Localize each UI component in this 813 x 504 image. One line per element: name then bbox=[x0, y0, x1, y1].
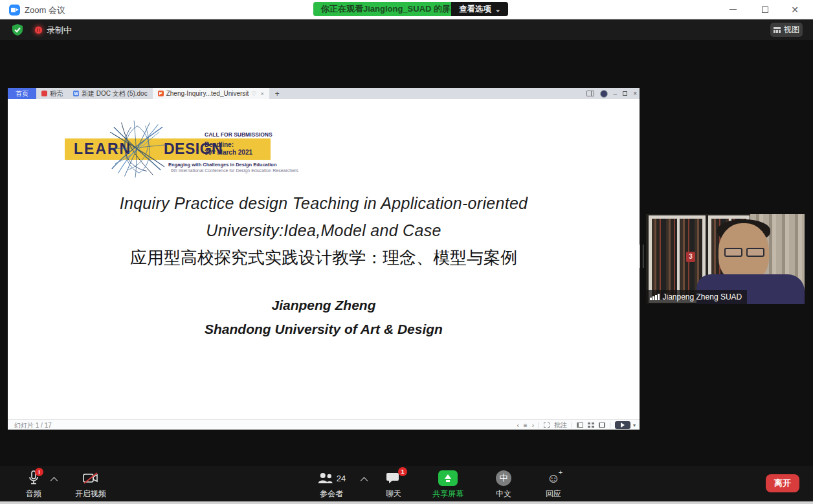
audio-button[interactable]: ! 音频 bbox=[26, 470, 41, 499]
slide-title-en-line1: Inquiry Practice design Teaching in Appl… bbox=[8, 194, 640, 213]
participants-button[interactable]: 24 参会者 bbox=[317, 470, 346, 499]
annotate-label[interactable]: 批注 bbox=[554, 421, 567, 430]
interpretation-label: 中文 bbox=[496, 488, 511, 499]
wps-tab-doc-label: 新建 DOC 文档 (5).doc bbox=[82, 89, 148, 98]
reactions-plus-icon: + bbox=[559, 468, 562, 476]
meeting-topbar: 录制中 视图 bbox=[0, 19, 813, 40]
minimize-icon bbox=[729, 9, 737, 10]
tab-close-icon[interactable]: × bbox=[260, 91, 263, 97]
annotate-icon[interactable] bbox=[544, 422, 550, 428]
reactions-button[interactable]: ☺ + 回应 bbox=[546, 470, 561, 499]
next-slide-icon[interactable]: › bbox=[532, 422, 534, 429]
normal-view-icon[interactable] bbox=[577, 422, 583, 428]
recording-label: 录制中 bbox=[47, 25, 72, 36]
chat-label: 聊天 bbox=[386, 488, 401, 499]
audio-alert-badge: ! bbox=[35, 468, 43, 476]
wps-tabbar: 首页 稻壳 W 新建 DOC 文档 (5).doc P Zheng-Inquir… bbox=[8, 88, 640, 99]
view-layout-label: 视图 bbox=[784, 25, 800, 36]
slide-sorter-icon[interactable] bbox=[588, 422, 594, 428]
view-options-label: 查看选项 bbox=[459, 4, 491, 15]
participant-name-label: Jianpeng Zheng SUAD bbox=[663, 292, 742, 301]
wps-tab-docer-label: 稻壳 bbox=[50, 89, 63, 98]
wps-close-button[interactable]: × bbox=[633, 90, 637, 97]
logo-tagline: Engaging with Challenges in Design Educa… bbox=[168, 162, 277, 168]
participants-count: 24 bbox=[337, 474, 346, 483]
participants-icon bbox=[317, 472, 334, 485]
play-options-caret-icon[interactable]: ▾ bbox=[633, 422, 636, 428]
reactions-label: 回应 bbox=[546, 488, 561, 499]
wps-account-avatar[interactable] bbox=[600, 90, 608, 98]
divider bbox=[539, 422, 539, 428]
maximize-icon bbox=[762, 6, 768, 13]
window-bottom-edge bbox=[0, 501, 813, 504]
slide-menu-icon[interactable]: ≡ bbox=[524, 422, 528, 429]
start-video-label: 开启视频 bbox=[75, 488, 106, 499]
share-screen-button[interactable]: 共享屏幕 bbox=[432, 470, 463, 499]
wps-window-controls: – × bbox=[586, 88, 637, 99]
interpretation-button[interactable]: 中 中文 bbox=[496, 470, 511, 499]
learnxdesign-logo: LEARN DESIGN CALL FOR SU bbox=[65, 122, 271, 177]
prev-slide-icon[interactable]: ‹ bbox=[517, 422, 518, 429]
wps-tab-home-label: 首页 bbox=[16, 89, 28, 98]
glasses bbox=[724, 248, 764, 257]
participant-video-thumbnail[interactable]: 3 Jianpeng Zheng SUAD bbox=[646, 214, 805, 304]
window-split-icon[interactable] bbox=[586, 91, 594, 96]
slide-author: Jianpeng Zheng bbox=[8, 298, 640, 313]
view-layout-button[interactable]: 视图 bbox=[770, 23, 803, 37]
logo-subtagline: 6th International Conference for Design … bbox=[171, 168, 298, 173]
layout-grid-icon bbox=[774, 27, 781, 33]
wps-tab-home[interactable]: 首页 bbox=[8, 88, 36, 99]
meeting-info-shield-icon[interactable] bbox=[11, 23, 24, 36]
participant-name-tag: Jianpeng Zheng SUAD bbox=[646, 290, 747, 304]
meeting-toolbar: ! 音频 开启视频 24 参会者 bbox=[0, 466, 813, 501]
deadline-month-year: March 2021 bbox=[216, 149, 252, 156]
leave-meeting-button[interactable]: 离开 bbox=[766, 474, 799, 492]
play-icon bbox=[621, 422, 625, 428]
restore-icon bbox=[623, 91, 627, 96]
wps-minimize-button[interactable]: – bbox=[614, 90, 618, 97]
view-options-button[interactable]: 查看选项 ⌄ bbox=[451, 2, 508, 16]
minimize-button[interactable] bbox=[720, 0, 746, 19]
audio-options-caret-icon[interactable] bbox=[52, 476, 58, 482]
deadline-label: Deadline: bbox=[205, 141, 234, 148]
presentation-slide: LEARN DESIGN CALL FOR SU bbox=[8, 99, 640, 419]
video-panel-resize-handle[interactable] bbox=[640, 245, 643, 268]
chat-button[interactable]: 1 聊天 bbox=[386, 470, 401, 499]
window-titlebar: Zoom 会议 你正在观看Jianglong_SUAD 的屏幕 查看选项 ⌄ ✕ bbox=[0, 0, 813, 19]
red-book-spine: 3 bbox=[686, 252, 695, 262]
reading-view-icon[interactable] bbox=[599, 422, 605, 428]
maximize-button[interactable] bbox=[752, 0, 778, 19]
share-screen-icon bbox=[438, 470, 458, 486]
chat-unread-badge: 1 bbox=[398, 467, 407, 476]
signal-strength-icon bbox=[650, 294, 660, 300]
wps-tab-doc[interactable]: W 新建 DOC 文档 (5).doc bbox=[68, 88, 153, 99]
wps-tab-presentation-active[interactable]: P Zheng-Inquiry...ted_Universit ♡ × bbox=[153, 88, 269, 99]
audio-label: 音频 bbox=[26, 488, 41, 499]
wps-tab-docer[interactable]: 稻壳 bbox=[36, 88, 68, 99]
start-video-button[interactable]: 开启视频 bbox=[75, 470, 106, 499]
call-for-submissions-text: CALL FOR SUBMISSIONS bbox=[205, 131, 273, 138]
door-mullion bbox=[677, 219, 680, 300]
recording-indicator-icon[interactable] bbox=[35, 27, 42, 34]
divider bbox=[610, 422, 610, 428]
docer-icon bbox=[41, 91, 47, 96]
participants-options-caret-icon[interactable] bbox=[362, 476, 368, 482]
close-icon: ✕ bbox=[791, 5, 799, 15]
close-button[interactable]: ✕ bbox=[782, 0, 808, 19]
window-title: Zoom 会议 bbox=[25, 5, 65, 16]
divider bbox=[572, 422, 572, 428]
new-tab-button[interactable]: + bbox=[269, 88, 285, 99]
participants-label: 参会者 bbox=[320, 488, 343, 499]
chevron-down-icon: ⌄ bbox=[495, 6, 500, 13]
favorite-heart-icon[interactable]: ♡ bbox=[251, 91, 256, 97]
screen-viewing-banner: 你正在观看Jianglong_SUAD 的屏幕 bbox=[313, 2, 467, 16]
wps-tab-presentation-label: Zheng-Inquiry...ted_Universit bbox=[166, 90, 249, 97]
deadline-day: 30 bbox=[205, 149, 212, 156]
slide-page-indicator: 幻灯片 1 / 17 bbox=[14, 421, 52, 430]
language-icon: 中 bbox=[496, 470, 511, 486]
slide-title-zh: 应用型高校探究式实践设计教学：理念、模型与案例 bbox=[8, 247, 640, 269]
wps-restore-button[interactable] bbox=[623, 91, 627, 96]
shared-screen-wps-window: 首页 稻壳 W 新建 DOC 文档 (5).doc P Zheng-Inquir… bbox=[8, 88, 640, 430]
slideshow-play-button[interactable] bbox=[615, 421, 630, 429]
zoom-app-icon bbox=[9, 5, 20, 16]
